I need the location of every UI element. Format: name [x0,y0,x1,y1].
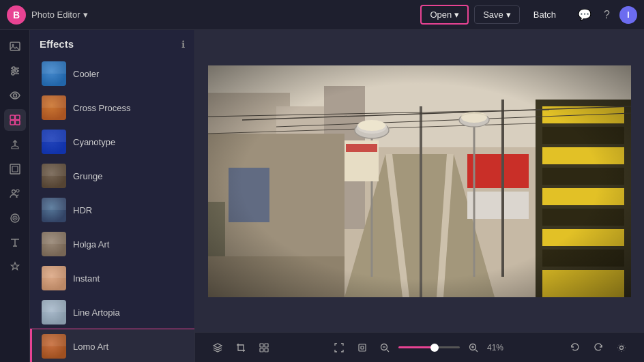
effect-thumb-lomo-art [42,334,66,359]
svg-rect-94 [208,65,631,297]
effects-list: Cooler Cross Process Cyanotype [30,57,194,362]
effect-label-cooler: Cooler [73,69,99,79]
svg-point-108 [620,346,624,349]
svg-rect-27 [42,164,66,176]
svg-rect-10 [15,115,20,120]
sidebar-header: Effects ℹ [30,30,194,57]
header: B Photo Editor ▾ Open ▾ Save ▾ Batch 💬 ?… [0,0,644,30]
info-icon[interactable]: ℹ [181,39,185,50]
effect-item-lomo-art[interactable]: Lomo Art [30,329,194,362]
settings-more-icon[interactable] [613,339,630,357]
header-right: 💬 ? I [575,5,637,24]
canvas-area: 41% [195,30,644,362]
rail-image-icon[interactable] [4,35,26,57]
save-button[interactable]: Save ▾ [474,5,520,24]
effect-label-cyanotype: Cyanotype [73,137,115,147]
canvas-content [195,30,644,332]
main-layout: Effects ℹ Cooler Cross Proce [0,30,644,362]
svg-rect-21 [42,61,66,74]
effect-thumb-grunge [42,164,66,188]
svg-line-107 [475,350,478,352]
svg-rect-99 [359,344,366,351]
undo-button[interactable] [566,339,584,357]
effect-item-grunge[interactable]: Grunge [30,159,194,193]
effect-thumb-hdr [42,198,66,222]
zoom-in-button[interactable] [465,340,482,356]
zoom-out-button[interactable] [377,340,393,356]
layers-icon[interactable] [209,339,226,357]
effect-label-cross-process: Cross Process [73,103,131,113]
zoom-percent: 41% [487,343,509,352]
effects-sidebar: Effects ℹ Cooler Cross Proce [30,30,195,362]
app-title-chevron: ▾ [83,10,88,20]
svg-point-5 [12,67,15,70]
effect-label-hdr: HDR [73,205,92,215]
batch-button[interactable]: Batch [525,6,564,23]
svg-point-15 [12,190,15,194]
svg-point-7 [12,72,14,75]
rail-text-icon[interactable] [4,232,26,254]
effect-label-instant: Instant [73,273,100,284]
rail-frame-icon[interactable] [4,158,26,180]
rail-object-icon[interactable] [4,207,26,229]
app-title-button[interactable]: Photo Editor ▾ [31,10,88,20]
effect-thumb-holga-art [42,232,66,256]
svg-rect-98 [265,348,268,352]
effect-label-lomo-art: Lomo Art [73,342,108,352]
actual-size-icon[interactable] [353,339,371,357]
effect-item-holga-art[interactable]: Holga Art [30,227,194,261]
effect-item-cross-process[interactable]: Cross Process [30,91,194,125]
effect-label-holga-art: Holga Art [73,239,109,250]
svg-rect-97 [260,348,263,352]
svg-rect-23 [42,95,66,108]
svg-rect-33 [42,266,66,278]
icon-rail [0,30,30,362]
rail-people-icon[interactable] [4,183,26,205]
effect-item-line-artopia[interactable]: Line Artopia [30,295,194,329]
svg-rect-29 [42,198,66,210]
redo-button[interactable] [589,339,607,357]
crop-icon[interactable] [232,339,250,357]
grid-icon[interactable] [255,339,273,357]
svg-point-8 [13,94,16,97]
chat-icon[interactable]: 💬 [575,5,594,24]
svg-point-16 [16,190,19,192]
svg-rect-35 [42,300,66,312]
svg-rect-14 [12,166,18,172]
effect-thumb-cross-process [42,95,66,120]
zoom-slider-wrap [398,346,460,348]
effects-title: Effects [40,38,74,50]
rail-eye-icon[interactable] [4,85,26,106]
rail-sliders-icon[interactable] [4,60,26,82]
effect-item-cyanotype[interactable]: Cyanotype [30,125,194,159]
svg-rect-9 [10,115,15,120]
app-title-text: Photo Editor [31,10,80,20]
bottom-toolbar: 41% [195,332,644,362]
avatar[interactable]: I [619,6,637,24]
svg-rect-100 [361,346,364,349]
help-icon[interactable]: ? [601,6,613,24]
open-button[interactable]: Open ▾ [420,5,469,25]
svg-point-19 [14,217,16,219]
svg-rect-95 [260,344,263,347]
zoom-slider[interactable] [398,346,460,348]
photo-canvas[interactable] [208,65,631,297]
effect-item-hdr[interactable]: HDR [30,193,194,227]
effect-thumb-cyanotype [42,130,66,154]
svg-rect-96 [265,344,268,347]
rail-stamp-icon[interactable] [4,256,26,278]
svg-rect-13 [10,164,20,174]
rail-paint-icon[interactable] [4,134,26,155]
svg-rect-12 [15,121,20,125]
svg-line-103 [387,350,389,352]
fit-to-screen-icon[interactable] [330,339,348,357]
svg-point-1 [12,44,14,46]
effect-item-cooler[interactable]: Cooler [30,57,194,91]
svg-rect-31 [42,232,66,244]
svg-rect-37 [42,334,66,346]
effect-thumb-line-artopia [42,300,66,325]
svg-rect-25 [42,130,66,142]
effect-item-instant[interactable]: Instant [30,261,194,295]
rail-effects-icon[interactable] [4,109,26,131]
effect-label-grunge: Grunge [73,171,102,181]
